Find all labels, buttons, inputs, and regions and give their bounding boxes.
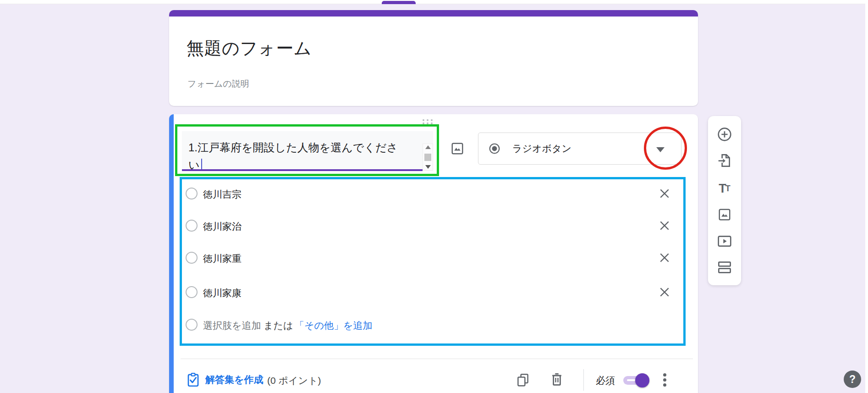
image-icon bbox=[718, 208, 731, 221]
drag-handle-icon[interactable] bbox=[422, 119, 434, 125]
toggle-track-highlight bbox=[627, 379, 636, 381]
toggle-knob bbox=[635, 373, 649, 387]
delete-button[interactable] bbox=[549, 372, 564, 387]
option-row: 徳川吉宗 bbox=[186, 182, 672, 205]
close-icon bbox=[659, 220, 670, 232]
insert-toolbar: TT bbox=[708, 116, 741, 285]
active-card-indicator bbox=[169, 114, 174, 393]
textarea-scrollbar[interactable] bbox=[423, 144, 433, 171]
footer-divider bbox=[583, 369, 584, 391]
remove-option-button[interactable] bbox=[658, 251, 671, 264]
top-white-strip bbox=[0, 0, 868, 4]
add-option-row: 選択肢を追加 または 「その他」を追加 bbox=[186, 313, 672, 337]
add-title-description-button[interactable]: TT bbox=[717, 181, 732, 196]
card-purple-accent bbox=[169, 10, 698, 17]
option-label[interactable]: 徳川家重 bbox=[203, 252, 242, 265]
top-purple-tab bbox=[382, 1, 416, 4]
add-image-button[interactable] bbox=[450, 141, 465, 156]
question-text-line1: 1.江戸幕府を開設した人物を選んでくださ bbox=[188, 140, 398, 155]
trash-icon bbox=[550, 372, 564, 387]
form-description-input[interactable]: フォームの説明 bbox=[187, 78, 249, 90]
chevron-down-icon bbox=[656, 147, 665, 152]
radio-circle-icon bbox=[186, 319, 198, 331]
option-row: 徳川家重 bbox=[186, 246, 672, 270]
option-label[interactable]: 徳川家治 bbox=[203, 220, 242, 233]
question-card: 1.江戸幕府を開設した人物を選んでくださ い ラジオボタン 徳川吉宗 bbox=[169, 114, 698, 393]
import-icon bbox=[717, 153, 732, 168]
option-label[interactable]: 徳川吉宗 bbox=[203, 188, 242, 201]
more-options-button[interactable] bbox=[660, 372, 669, 387]
kebab-menu-icon bbox=[663, 373, 666, 376]
add-question-button[interactable] bbox=[717, 127, 732, 142]
copy-icon bbox=[516, 373, 530, 387]
radio-circle-icon bbox=[186, 188, 198, 199]
form-title-input[interactable]: 無題のフォーム bbox=[187, 37, 312, 60]
video-icon bbox=[717, 235, 732, 248]
card-divider bbox=[181, 359, 693, 359]
plus-circle-icon bbox=[717, 127, 732, 142]
help-button[interactable]: ? bbox=[844, 371, 861, 388]
question-type-select[interactable]: ラジオボタン bbox=[478, 133, 681, 165]
radio-circle-icon bbox=[186, 286, 198, 298]
answer-key-label: 解答集を作成 bbox=[205, 373, 264, 386]
add-option-or-text: または bbox=[264, 319, 293, 332]
question-type-value: ラジオボタン bbox=[512, 142, 571, 155]
option-row: 徳川家治 bbox=[186, 214, 672, 238]
radio-circle-icon bbox=[186, 252, 198, 264]
scrollbar-thumb[interactable] bbox=[424, 154, 431, 161]
scroll-down-icon[interactable] bbox=[425, 165, 431, 169]
duplicate-button[interactable] bbox=[516, 372, 530, 387]
close-icon bbox=[659, 188, 670, 199]
points-label: (0 ポイント) bbox=[267, 374, 321, 387]
add-option-button[interactable]: 選択肢を追加 bbox=[203, 319, 261, 332]
question-text-input[interactable]: 1.江戸幕府を開設した人物を選んでくださ い bbox=[182, 131, 433, 171]
required-toggle[interactable] bbox=[623, 373, 652, 388]
image-icon bbox=[450, 142, 464, 155]
radio-button-icon bbox=[489, 143, 500, 155]
close-icon bbox=[659, 252, 670, 264]
answer-key-button[interactable]: 解答集を作成 bbox=[187, 372, 269, 387]
remove-option-button[interactable] bbox=[658, 219, 671, 232]
option-row: 徳川家康 bbox=[186, 280, 672, 304]
form-title-card: 無題のフォーム フォームの説明 bbox=[169, 10, 698, 106]
scroll-up-icon[interactable] bbox=[425, 145, 431, 149]
focus-underline bbox=[182, 169, 423, 171]
section-icon bbox=[717, 261, 732, 274]
radio-circle-icon bbox=[186, 220, 198, 232]
remove-option-button[interactable] bbox=[658, 187, 671, 200]
close-icon bbox=[659, 286, 670, 298]
add-video-button[interactable] bbox=[717, 234, 732, 249]
scrollbar-gutter[interactable] bbox=[865, 0, 868, 393]
add-other-link[interactable]: 「その他」を追加 bbox=[295, 319, 372, 332]
add-image-toolbar-button[interactable] bbox=[717, 207, 732, 222]
required-label: 必須 bbox=[596, 374, 615, 387]
answer-key-icon bbox=[187, 373, 199, 387]
import-questions-button[interactable] bbox=[717, 153, 732, 168]
remove-option-button[interactable] bbox=[658, 286, 671, 299]
option-label[interactable]: 徳川家康 bbox=[203, 287, 242, 299]
add-section-button[interactable] bbox=[717, 260, 732, 275]
